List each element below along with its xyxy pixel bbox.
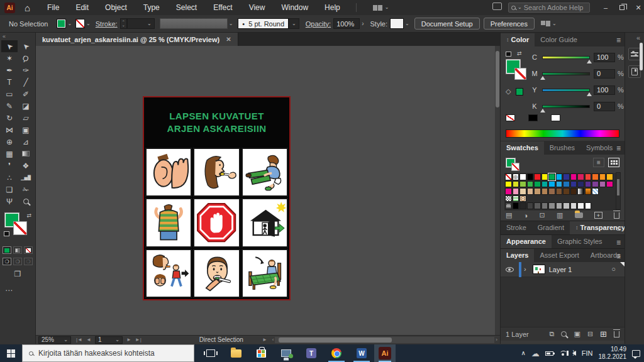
swatch[interactable] bbox=[585, 173, 592, 180]
new-color-group-icon[interactable] bbox=[575, 212, 583, 218]
swatch-grad-bw[interactable] bbox=[577, 188, 584, 195]
line-segment-tool-icon[interactable]: ╱ bbox=[18, 76, 34, 88]
artboard-navigation-dropdown[interactable]: 1⌄ bbox=[95, 336, 123, 344]
eyedropper-tool-icon[interactable]: ❜ bbox=[1, 160, 18, 172]
scroll-right-icon[interactable]: › bbox=[496, 337, 497, 343]
swatch[interactable] bbox=[527, 202, 534, 209]
tab-symbols[interactable]: Symbols bbox=[580, 141, 618, 155]
screen-mode-icon[interactable]: ❐ bbox=[14, 270, 21, 278]
swatch[interactable] bbox=[548, 202, 555, 209]
swatch[interactable] bbox=[563, 181, 570, 188]
previous-artboard-icon[interactable]: ◄ bbox=[86, 337, 91, 343]
stroke-weight-stepper[interactable]: ⌃⌄ bbox=[120, 18, 127, 29]
swatch[interactable] bbox=[556, 188, 563, 195]
slice-tool-icon[interactable]: ✁ bbox=[18, 184, 34, 195]
swatch-folder[interactable] bbox=[505, 202, 512, 209]
swatch[interactable] bbox=[563, 202, 570, 209]
style-swatch[interactable] bbox=[390, 18, 404, 29]
tab-layers[interactable]: Layers bbox=[501, 249, 534, 262]
swatch[interactable] bbox=[577, 173, 584, 180]
home-icon[interactable]: ⌂ bbox=[25, 3, 30, 13]
scale-tool-icon[interactable]: ▱ bbox=[18, 112, 34, 124]
swatch[interactable] bbox=[541, 181, 548, 188]
color-slider-y[interactable]: Y100% bbox=[531, 82, 624, 98]
swatch-libraries-icon[interactable]: ▤ bbox=[506, 211, 512, 219]
onedrive-cloud-icon[interactable]: ☁ bbox=[531, 349, 540, 358]
eraser-tool-icon[interactable]: ◪ bbox=[18, 100, 34, 112]
file-explorer-button[interactable] bbox=[223, 344, 248, 362]
tab-stroke[interactable]: Stroke bbox=[501, 221, 532, 234]
arrange-documents-icon[interactable] bbox=[373, 5, 382, 11]
stroke-color-indicator[interactable] bbox=[13, 221, 27, 235]
insert-swatch-icon[interactable]: ⊡ bbox=[540, 211, 545, 219]
brush-dropdown-button[interactable]: ⌄ bbox=[289, 18, 299, 29]
panel-menu-icon[interactable]: ≡ bbox=[616, 252, 621, 261]
properties-panel-icon[interactable] bbox=[628, 48, 641, 60]
list-view-icon[interactable]: ≡ bbox=[593, 158, 604, 167]
task-view-button[interactable] bbox=[198, 344, 223, 362]
help-search-input[interactable]: ⌄ Search Adobe Help bbox=[508, 3, 590, 13]
layer-target-icon[interactable]: ○ bbox=[611, 266, 616, 273]
gradient-tool-icon[interactable] bbox=[18, 148, 34, 160]
swatch-pat-blue[interactable] bbox=[592, 188, 599, 195]
swatch-registration[interactable]: ◎ bbox=[513, 173, 519, 180]
swatch[interactable] bbox=[527, 173, 534, 180]
rectangle-tool-icon[interactable]: ▭ bbox=[1, 88, 18, 100]
action-center-icon[interactable] bbox=[632, 350, 640, 357]
perspective-grid-tool-icon[interactable]: ⊿ bbox=[18, 136, 34, 148]
status-menu-icon[interactable]: ► bbox=[262, 337, 267, 343]
swatch[interactable] bbox=[563, 173, 570, 180]
swatch[interactable] bbox=[519, 188, 526, 195]
mesh-tool-icon[interactable]: ▦ bbox=[1, 148, 18, 160]
rotate-tool-icon[interactable]: ↻ bbox=[1, 112, 18, 124]
default-fill-stroke-icon[interactable] bbox=[4, 231, 9, 236]
first-artboard-icon[interactable]: |◄ bbox=[76, 337, 82, 343]
zoom-level-dropdown[interactable]: 25%⌄ bbox=[38, 336, 71, 344]
swatch[interactable] bbox=[606, 173, 613, 180]
type-tool-icon[interactable]: T bbox=[1, 76, 18, 88]
close-tab-icon[interactable]: ✕ bbox=[226, 36, 231, 43]
swatch[interactable] bbox=[570, 188, 577, 195]
microsoft-store-button[interactable] bbox=[248, 344, 274, 362]
vertical-scrollbar[interactable] bbox=[495, 46, 500, 335]
canvas-area[interactable]: LAPSEN KUVATUET ARJEN ASKAREISIIN bbox=[36, 46, 495, 335]
menu-view[interactable]: View bbox=[241, 3, 274, 12]
tab-color[interactable]: ↕Color bbox=[501, 33, 535, 47]
tab-swatches[interactable]: Swatches bbox=[501, 141, 544, 155]
shape-builder-tool-icon[interactable]: ⊕ bbox=[1, 136, 18, 148]
swatch-kinds-icon[interactable]: ▥ bbox=[557, 211, 563, 219]
last-color-swatch[interactable] bbox=[516, 88, 523, 96]
shaper-tool-icon[interactable]: ✎ bbox=[1, 100, 18, 112]
teams-button[interactable]: T bbox=[299, 344, 324, 362]
color-themes-icon[interactable]: ◑ bbox=[524, 212, 528, 219]
swatch[interactable] bbox=[548, 188, 555, 195]
swatch-scrollbar[interactable] bbox=[616, 172, 621, 210]
document-tab[interactable]: kuvatuet_arjen_askareisiin.ai @ 25 % (CM… bbox=[36, 33, 238, 46]
new-swatch-icon[interactable]: + bbox=[594, 212, 602, 219]
chevron-down-icon[interactable]: ⌄ bbox=[405, 21, 409, 26]
swatch[interactable] bbox=[570, 181, 577, 188]
lasso-tool-icon[interactable]: Ϙ bbox=[18, 52, 34, 64]
swatch[interactable] bbox=[606, 181, 613, 188]
blend-tool-icon[interactable]: ❖ bbox=[18, 160, 34, 172]
variable-width-profile-dropdown[interactable] bbox=[160, 18, 228, 29]
swatch[interactable] bbox=[541, 202, 548, 209]
zoom-tool-icon[interactable] bbox=[18, 195, 34, 207]
layer-thumbnail[interactable] bbox=[533, 265, 545, 274]
swatch[interactable] bbox=[541, 188, 548, 195]
collect-for-export-icon[interactable]: ⧉ bbox=[550, 330, 555, 338]
swatch[interactable] bbox=[527, 181, 534, 188]
stroke-weight-field[interactable]: ⌄ bbox=[127, 18, 155, 29]
panel-menu-icon[interactable]: ≡ bbox=[616, 36, 621, 45]
menu-select[interactable]: Select bbox=[168, 3, 205, 12]
color-spectrum-bar[interactable] bbox=[506, 129, 619, 138]
magic-wand-tool-icon[interactable]: ✶ bbox=[1, 52, 18, 64]
tab-transparency[interactable]: ↕Transparency bbox=[570, 221, 631, 234]
layer-name[interactable]: Layer 1 bbox=[549, 266, 572, 273]
color-fill-button[interactable] bbox=[3, 246, 11, 254]
tab-color-guide[interactable]: Color Guide bbox=[535, 33, 583, 47]
swatch[interactable] bbox=[599, 173, 606, 180]
last-artboard-icon[interactable]: ►| bbox=[135, 337, 142, 343]
draw-normal-icon[interactable]: ❍ bbox=[3, 258, 11, 265]
chevron-down-icon[interactable]: ⌄ bbox=[67, 21, 72, 26]
